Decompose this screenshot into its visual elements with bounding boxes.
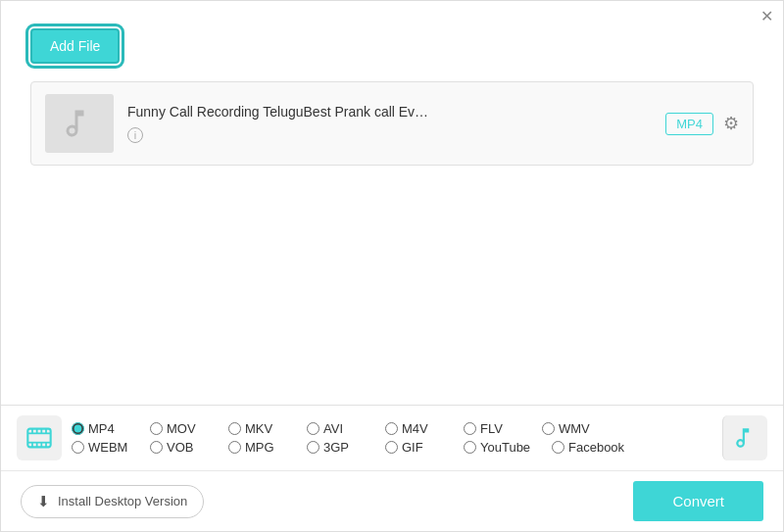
radio-mp4[interactable] (72, 422, 84, 435)
format-label-webm: WEBM (88, 440, 127, 455)
audio-icon-box[interactable] (722, 415, 767, 460)
file-thumbnail (45, 94, 114, 153)
add-file-button[interactable]: Add File (30, 28, 120, 64)
settings-icon[interactable]: ⚙ (723, 113, 739, 134)
file-list: Funny Call Recording TeluguBest Prank ca… (30, 81, 754, 166)
format-section: MP4 MOV MKV AVI M4V (1, 406, 783, 471)
format-option-avi[interactable]: AVI (307, 421, 385, 436)
file-actions: MP4 ⚙ (665, 113, 739, 135)
svg-rect-0 (27, 429, 50, 448)
radio-flv[interactable] (464, 422, 476, 435)
radio-facebook[interactable] (552, 441, 564, 454)
format-option-webm[interactable]: WEBM (72, 440, 150, 455)
radio-mpg[interactable] (228, 441, 241, 454)
file-info: Funny Call Recording TeluguBest Prank ca… (127, 104, 665, 143)
format-label-vob: VOB (167, 440, 193, 455)
radio-3gp[interactable] (307, 441, 319, 454)
format-grid: MP4 MOV MKV AVI M4V (72, 421, 707, 455)
format-option-mkv[interactable]: MKV (228, 421, 307, 436)
format-label-mov: MOV (167, 421, 196, 436)
format-label-m4v: M4V (402, 421, 428, 436)
audio-note-icon (733, 425, 759, 451)
format-badge: MP4 (665, 113, 713, 135)
format-option-facebook[interactable]: Facebook (552, 440, 640, 455)
format-label-mpg: MPG (245, 440, 274, 455)
radio-youtube[interactable] (464, 441, 476, 454)
format-option-mp4[interactable]: MP4 (72, 421, 150, 436)
radio-webm[interactable] (72, 441, 84, 454)
format-option-gif[interactable]: GIF (385, 440, 464, 455)
format-row-2: WEBM VOB MPG 3GP GIF (72, 440, 707, 455)
format-label-wmv: WMV (559, 421, 590, 436)
bottom-panel: MP4 MOV MKV AVI M4V (1, 405, 783, 531)
file-item: Funny Call Recording TeluguBest Prank ca… (31, 82, 753, 165)
convert-button[interactable]: Convert (633, 481, 763, 521)
title-bar: ✕ (1, 1, 783, 28)
music-icon (62, 106, 97, 141)
format-label-flv: FLV (480, 421, 503, 436)
format-option-3gp[interactable]: 3GP (307, 440, 385, 455)
format-row-1: MP4 MOV MKV AVI M4V (72, 421, 707, 436)
format-label-facebook: Facebook (568, 440, 624, 455)
download-icon: ⬇ (37, 493, 50, 510)
format-option-flv[interactable]: FLV (464, 421, 542, 436)
top-section: Add File (1, 28, 783, 73)
format-label-mp4: MP4 (88, 421, 115, 436)
install-desktop-button[interactable]: ⬇ Install Desktop Version (21, 485, 204, 518)
film-icon (25, 424, 53, 452)
radio-mov[interactable] (150, 422, 163, 435)
radio-wmv[interactable] (542, 422, 555, 435)
bottom-bar: ⬇ Install Desktop Version Convert (1, 471, 783, 531)
radio-avi[interactable] (307, 422, 319, 435)
install-label: Install Desktop Version (58, 494, 187, 508)
file-name: Funny Call Recording TeluguBest Prank ca… (127, 104, 665, 120)
info-icon[interactable]: i (127, 127, 143, 143)
format-label-mkv: MKV (245, 421, 272, 436)
radio-m4v[interactable] (385, 422, 398, 435)
radio-mkv[interactable] (228, 422, 241, 435)
format-option-youtube[interactable]: YouTube (464, 440, 552, 455)
format-option-mov[interactable]: MOV (150, 421, 228, 436)
format-label-gif: GIF (402, 440, 423, 455)
video-format-icon-box (17, 415, 62, 460)
format-label-3gp: 3GP (323, 440, 349, 455)
radio-gif[interactable] (385, 441, 398, 454)
format-label-youtube: YouTube (480, 440, 530, 455)
format-label-avi: AVI (323, 421, 343, 436)
close-button[interactable]: ✕ (760, 9, 773, 24)
format-option-m4v[interactable]: M4V (385, 421, 464, 436)
format-option-vob[interactable]: VOB (150, 440, 228, 455)
format-option-wmv[interactable]: WMV (542, 421, 620, 436)
format-option-mpg[interactable]: MPG (228, 440, 307, 455)
radio-vob[interactable] (150, 441, 163, 454)
